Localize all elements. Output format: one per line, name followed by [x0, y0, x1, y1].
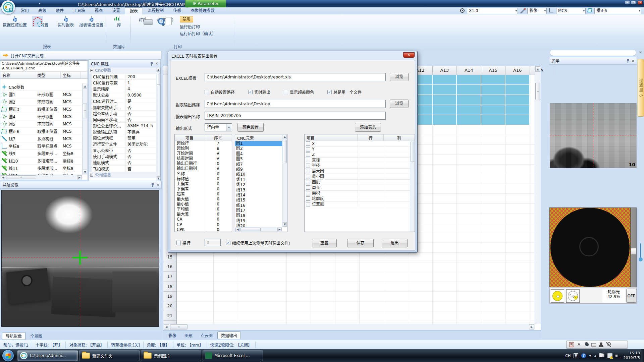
column-option-row[interactable]: Z	[305, 152, 415, 158]
property-row[interactable]: CNC运行间隔 200	[89, 74, 156, 80]
coordinate-system-combo[interactable]: MCS	[556, 8, 586, 14]
element-item[interactable]: 线12	[235, 182, 282, 187]
close-icon[interactable]	[155, 62, 158, 65]
option-checkbox[interactable]: 实时输出	[248, 89, 270, 95]
color-settings-button[interactable]: 颜色设置	[237, 123, 264, 132]
sheet-row-number[interactable]: 18	[163, 282, 177, 292]
navigation-camera-image[interactable]	[1, 190, 159, 327]
dialog-close-button[interactable]: ✕	[403, 52, 415, 58]
ribbon-tab[interactable]: 图像处理参数	[186, 7, 219, 14]
browse-template-button[interactable]: 浏览	[390, 73, 409, 81]
property-row[interactable]: 超公差转手动 否	[89, 111, 156, 117]
item-row[interactable]: 名称 0	[175, 172, 232, 177]
alignment-combo[interactable]: 摆正6	[594, 8, 641, 14]
checkbox-icon[interactable]	[306, 169, 310, 173]
column-option-row[interactable]: X	[305, 141, 415, 146]
checkbox-icon[interactable]	[306, 153, 310, 157]
option-checkbox[interactable]: 总是用一个文件	[327, 89, 362, 95]
scroll-thumb[interactable]: ≡	[83, 104, 87, 118]
column-cs[interactable]: 坐标	[61, 72, 81, 78]
ribbon-tab[interactable]: 传感	[168, 7, 186, 14]
scroll-left-icon[interactable]: ◀	[235, 228, 240, 231]
tree-row[interactable]: 线10 多段矩形... 坐标8	[0, 157, 82, 165]
sheet-column-header[interactable]: A13	[433, 66, 457, 75]
document-view-tab[interactable]: 点云图	[197, 332, 216, 339]
wrap-checkbox[interactable]: 换行	[176, 240, 191, 246]
property-row[interactable]: 显示精度 4	[89, 86, 156, 92]
element-item[interactable]: 圆17	[235, 208, 282, 213]
column-option-row[interactable]: 最小圆	[305, 174, 415, 179]
ime-mode-moon-icon[interactable]	[584, 342, 589, 347]
context-tab-ip-parameter[interactable]: IP Parameter	[185, 0, 226, 7]
column-option-row[interactable]: 位置度	[305, 201, 415, 207]
item-row[interactable]: 下偏差 0	[175, 187, 232, 192]
element-item[interactable]: 线7	[235, 162, 282, 167]
taskbar-button[interactable]: 新建文件夹	[79, 350, 140, 361]
ribbon-tab[interactable]: 高级	[34, 7, 51, 14]
tree-row[interactable]: 坐标8 取坐标原点 MCS	[0, 142, 82, 150]
keyboard-icon[interactable]	[591, 343, 596, 347]
scroll-down-icon[interactable]: ▼	[157, 176, 160, 180]
checkbox-icon[interactable]	[306, 191, 310, 195]
tree-vertical-scrollbar[interactable]: ▲ ≡ ▼	[82, 83, 88, 175]
quick-access-caret-icon[interactable]: ▾	[39, 2, 41, 5]
property-vertical-scrollbar[interactable]: ▲ ▼	[156, 67, 160, 181]
property-row[interactable]: 速度模式 否	[89, 160, 156, 166]
template-path-input[interactable]: C:\Users\Administrator\Desktop\report.xl…	[205, 73, 386, 81]
sheet-row-number[interactable]: 20	[163, 301, 177, 311]
sheet-column-header[interactable]: A16	[505, 66, 530, 75]
ring-light-diagram[interactable]	[549, 207, 631, 287]
item-row[interactable]: 最大差 0	[175, 212, 232, 217]
item-row[interactable]: CA 0	[175, 217, 232, 222]
property-row[interactable]: 运行安全文件 关闭此功能	[89, 141, 156, 147]
ribbon-tab[interactable]: 视图	[90, 7, 107, 14]
sheet-horizontal-scrollbar[interactable]: ◀ ≡ ▶	[163, 324, 535, 330]
item-row[interactable]: 平均值 0	[175, 207, 232, 212]
scroll-up-icon[interactable]: ▲	[535, 66, 540, 72]
tree-row[interactable]: 线12 多段矩形... 坐标8	[0, 172, 82, 175]
property-group-company[interactable]: 公司信息	[89, 172, 156, 178]
checkbox-icon[interactable]	[306, 180, 310, 184]
scroll-thumb[interactable]	[157, 73, 160, 85]
slider-thumb[interactable]	[631, 248, 636, 255]
checkbox-icon[interactable]	[306, 175, 310, 179]
minimize-button[interactable]: ─	[625, 1, 630, 5]
nav-panel-tab[interactable]: 全景图	[27, 333, 46, 340]
light-intensity-slider[interactable]	[631, 207, 637, 287]
sector-light-button[interactable]	[566, 289, 580, 303]
output-path-input[interactable]: C:\Users\Administrator\Desktop	[205, 100, 386, 108]
library-button[interactable]: 库	[111, 16, 127, 27]
ime-person-icon[interactable]	[599, 342, 603, 347]
help-icon[interactable]: ?	[581, 353, 586, 358]
sheet-row-number[interactable]: 22	[163, 321, 177, 323]
taskbar-button[interactable]: 示例图片	[141, 350, 201, 361]
property-row[interactable]: 影像输出选项 不保存	[89, 129, 156, 135]
ribbon-tab[interactable]: 报表	[125, 7, 143, 14]
ribbon-button[interactable]: 数据过滤设置	[2, 16, 28, 27]
action-center-flag-icon[interactable]	[599, 353, 604, 358]
network-warning-icon[interactable]	[607, 353, 612, 358]
item-row[interactable]: CPK 0	[175, 227, 232, 232]
element-item[interactable]: 圆5	[235, 157, 282, 162]
tree-row[interactable]: 摆正3 取摆正位置 MCS	[0, 106, 82, 113]
volume-muted-icon[interactable]	[615, 353, 621, 358]
sheet-vertical-scrollbar[interactable]: ▲ ≡	[535, 66, 541, 324]
property-row[interactable]: 抓取失败转手... 否	[89, 104, 156, 110]
ime-settings-wrench-icon[interactable]	[606, 342, 611, 347]
item-row[interactable]: CP 0	[175, 222, 232, 227]
checkbox-icon[interactable]	[306, 202, 310, 206]
continue-checkbox[interactable]: 继续使用上次测量实时输出文件!	[226, 240, 290, 246]
column-option-row[interactable]: 轮廓度	[305, 196, 415, 201]
ribbon-tab[interactable]: 设置	[107, 7, 125, 14]
checkbox-icon[interactable]	[327, 90, 332, 94]
element-item[interactable]: 圆4	[235, 152, 282, 157]
pin-icon[interactable]	[626, 59, 630, 63]
property-row[interactable]: 飞拍模式 否	[89, 166, 156, 172]
property-row[interactable]: 形位公差评价... ASME_Y14_5	[89, 123, 156, 129]
checkbox-icon[interactable]	[306, 158, 310, 162]
clock[interactable]: 15:13 2019/7/5	[624, 351, 640, 360]
item-row[interactable]: 输出日期行 0	[175, 161, 232, 166]
property-row[interactable]: 默认公差 0.0500	[89, 92, 156, 98]
element-item[interactable]: 线11	[235, 177, 282, 182]
app-menu-orb[interactable]: M	[1, 0, 15, 14]
